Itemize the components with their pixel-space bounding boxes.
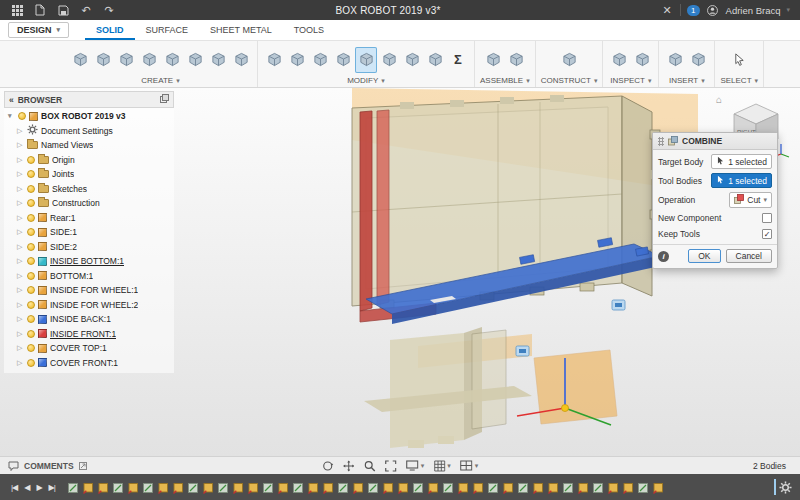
timeline-feature-component-12[interactable] — [232, 480, 245, 494]
tool-pattern-icon[interactable] — [230, 47, 252, 73]
browser-item-bottom-1[interactable]: ▷BOTTOM:1 — [4, 269, 174, 284]
toolbar-group-label-select[interactable]: SELECT▾ — [720, 76, 758, 86]
construction-plane-bottom[interactable] — [534, 350, 617, 424]
expand-icon[interactable]: ▷ — [17, 257, 24, 265]
zoom-icon[interactable] — [364, 460, 376, 472]
timeline-feature-sketch-19[interactable] — [337, 480, 350, 494]
tool-combine-icon[interactable] — [355, 47, 377, 73]
timeline-feature-component-33[interactable] — [547, 480, 560, 494]
timeline-feature-sketch-26[interactable] — [442, 480, 455, 494]
selection-field-tool-bodies[interactable]: 1 selected — [711, 173, 772, 188]
timeline-feature-component-27[interactable] — [457, 480, 470, 494]
timeline-feature-component-2[interactable] — [82, 480, 95, 494]
combine-dialog-header[interactable]: COMBINE — [653, 133, 777, 150]
visibility-bulb-icon[interactable] — [27, 170, 35, 178]
expand-icon[interactable]: ▷ — [17, 315, 24, 323]
tool-insert-derive-icon[interactable] — [664, 47, 686, 73]
browser-item-sketches[interactable]: ▷Sketches — [4, 182, 174, 197]
tool-select-icon[interactable] — [728, 47, 750, 73]
timeline-feature-component-17[interactable] — [307, 480, 320, 494]
expand-icon[interactable]: ▾ — [8, 112, 15, 120]
file-menu-icon[interactable] — [33, 3, 47, 17]
tool-section-analysis-icon[interactable] — [631, 47, 653, 73]
tool-offset-face-icon[interactable] — [378, 47, 400, 73]
timeline-feature-sketch-1[interactable] — [67, 480, 80, 494]
save-icon[interactable] — [56, 3, 70, 17]
tool-extrude-icon[interactable] — [138, 47, 160, 73]
toolbar-group-label-inspect[interactable]: INSPECT▾ — [610, 76, 651, 86]
timeline-go-end-button[interactable]: ▶| — [46, 483, 58, 492]
tool-split-body-icon[interactable] — [424, 47, 446, 73]
browser-item-inside-for-wheel-2[interactable]: ▷INSIDE FOR WHEEL:2 — [4, 298, 174, 313]
tool-new-sketch-icon[interactable] — [69, 47, 91, 73]
browser-item-inside-for-wheel-1[interactable]: ▷INSIDE FOR WHEEL:1 — [4, 283, 174, 298]
toolbar-group-label-assemble[interactable]: ASSEMBLE▾ — [480, 76, 530, 86]
comments-toggle[interactable]: COMMENTS — [0, 461, 95, 471]
timeline-feature-component-25[interactable] — [427, 480, 440, 494]
timeline-feature-sketch-29[interactable] — [487, 480, 500, 494]
expand-icon[interactable]: ▷ — [17, 199, 24, 207]
tool-joint-icon[interactable] — [505, 47, 527, 73]
timeline-feature-component-38[interactable] — [622, 480, 635, 494]
browser-item-document-settings[interactable]: ▷Document Settings — [4, 124, 174, 139]
visibility-bulb-icon[interactable] — [27, 315, 35, 323]
tool-construction-plane-icon[interactable] — [558, 47, 580, 73]
timeline-feature-sketch-16[interactable] — [292, 480, 305, 494]
browser-item-inside-back-1[interactable]: ▷INSIDE BACK:1 — [4, 312, 174, 327]
visibility-bulb-icon[interactable] — [27, 344, 35, 352]
timeline-feature-component-10[interactable] — [202, 480, 215, 494]
user-name[interactable]: Adrien Bracq — [726, 5, 781, 16]
tool-decal-icon[interactable] — [687, 47, 709, 73]
tool-press-pull-icon[interactable] — [263, 47, 285, 73]
timeline-feature-component-28[interactable] — [472, 480, 485, 494]
timeline-feature-sketch-31[interactable] — [517, 480, 530, 494]
toolbar-group-label-create[interactable]: CREATE▾ — [141, 76, 179, 86]
tool-box-icon[interactable] — [115, 47, 137, 73]
tab-sheet-metal[interactable]: SHEET METAL — [199, 20, 283, 40]
timeline-feature-sketch-24[interactable] — [412, 480, 425, 494]
browser-item-cover-top-1[interactable]: ▷COVER TOP:1 — [4, 341, 174, 356]
visibility-bulb-icon[interactable] — [18, 112, 26, 120]
visibility-bulb-icon[interactable] — [27, 199, 35, 207]
selection-field-target-body[interactable]: 1 selected — [711, 154, 772, 169]
browser-item-side-1[interactable]: ▷SIDE:1 — [4, 225, 174, 240]
checkbox-new-component[interactable] — [762, 213, 772, 223]
viewcube-home-icon[interactable]: ⌂ — [716, 94, 722, 105]
grid-snaps-icon[interactable]: ▾ — [433, 460, 451, 472]
redo-icon[interactable]: ↷ — [102, 3, 116, 17]
user-avatar-icon[interactable] — [706, 3, 720, 17]
tab-tools[interactable]: TOOLS — [283, 20, 335, 40]
visibility-bulb-icon[interactable] — [27, 359, 35, 367]
visibility-bulb-icon[interactable] — [27, 257, 35, 265]
timeline-feature-component-22[interactable] — [382, 480, 395, 494]
visibility-bulb-icon[interactable] — [27, 214, 35, 222]
browser-item-inside-front-1[interactable]: ▷INSIDE FRONT:1 — [4, 327, 174, 342]
timeline-feature-sketch-21[interactable] — [367, 480, 380, 494]
workspace-switcher[interactable]: DESIGN ▾ — [8, 22, 69, 38]
timeline-feature-sketch-14[interactable] — [262, 480, 275, 494]
visibility-bulb-icon[interactable] — [27, 330, 35, 338]
timeline-step-back-button[interactable]: ◀ — [21, 483, 32, 492]
display-settings-icon[interactable]: ▾ — [406, 460, 425, 471]
info-icon[interactable]: i — [658, 251, 669, 262]
tab-solid[interactable]: SOLID — [85, 20, 135, 40]
timeline-feature-sketch-11[interactable] — [217, 480, 230, 494]
tool-fillet-icon[interactable] — [286, 47, 308, 73]
timeline-feature-component-8[interactable] — [172, 480, 185, 494]
browser-display-icon[interactable] — [160, 94, 169, 105]
timeline-feature-sketch-4[interactable] — [112, 480, 125, 494]
visibility-bulb-icon[interactable] — [27, 156, 35, 164]
expand-icon[interactable]: ▷ — [17, 185, 24, 193]
timeline-feature-sketch-36[interactable] — [592, 480, 605, 494]
tool-chamfer-icon[interactable] — [309, 47, 331, 73]
viewports-icon[interactable]: ▾ — [460, 460, 479, 471]
expand-icon[interactable]: ▷ — [17, 272, 24, 280]
tool-shell-icon[interactable] — [332, 47, 354, 73]
timeline-settings-gear-icon[interactable] — [779, 481, 792, 494]
timeline-feature-sketch-6[interactable] — [142, 480, 155, 494]
undo-icon[interactable]: ↶ — [79, 3, 93, 17]
tool-sweep-icon[interactable] — [184, 47, 206, 73]
expand-icon[interactable]: ▷ — [17, 156, 24, 164]
browser-root-item[interactable]: ▾ BOX ROBOT 2019 v3 — [4, 109, 174, 124]
ok-button[interactable]: OK — [688, 249, 720, 263]
